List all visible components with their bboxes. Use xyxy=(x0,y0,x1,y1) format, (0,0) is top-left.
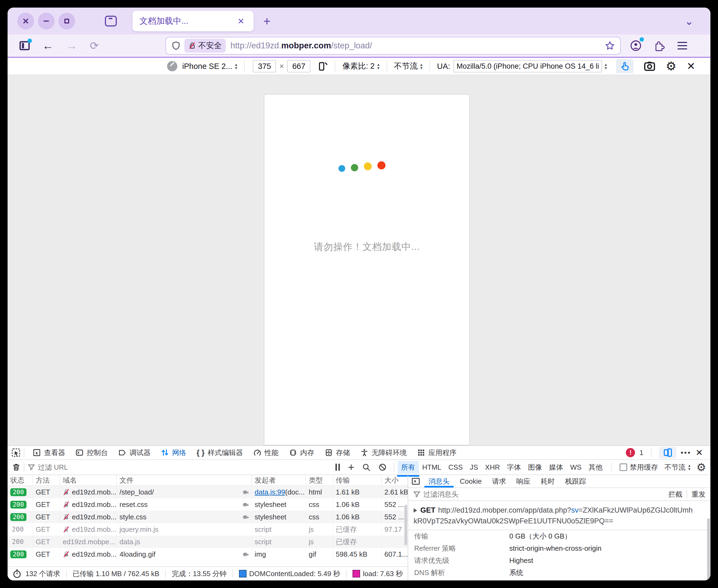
header-file[interactable]: 文件 xyxy=(117,475,252,485)
window-maximize-button[interactable] xyxy=(58,13,75,29)
tab-network[interactable]: 网络 xyxy=(156,446,191,459)
filter-chip-js[interactable]: JS xyxy=(466,462,481,473)
firefox-view-icon[interactable] xyxy=(105,16,117,26)
devtools-menu-icon[interactable]: ••• xyxy=(681,448,691,457)
screenshot-camera-icon[interactable] xyxy=(644,60,656,72)
details-tab-timings[interactable]: 耗时 xyxy=(535,475,560,487)
active-tab[interactable]: 文档加载中... ✕ xyxy=(132,11,253,31)
debugger-icon xyxy=(118,448,126,457)
viewport-height-input[interactable] xyxy=(287,60,310,72)
header-type[interactable]: 类型 xyxy=(306,475,333,485)
responsive-mode-toggle-button[interactable] xyxy=(659,447,676,459)
header-status[interactable]: 状态 xyxy=(7,475,33,485)
url-bar[interactable]: 不安全 http://ed19zd.mobper.com/step_load/ xyxy=(165,37,621,55)
sidebar-button[interactable] xyxy=(19,41,30,50)
filter-headers-input[interactable]: 过滤消息头 xyxy=(423,490,458,499)
header-domain[interactable]: 域名 xyxy=(60,475,117,485)
header-initiator[interactable]: 发起者 xyxy=(252,475,306,485)
add-request-icon[interactable]: + xyxy=(348,461,354,474)
request-row-step-load[interactable]: 200 GET ed19zd.mob... /step_load/ data.j… xyxy=(7,486,408,498)
window-minimize-button[interactable] xyxy=(38,13,55,29)
touch-simulation-button[interactable] xyxy=(616,59,633,73)
ua-arrows-icon[interactable]: ▴▾ xyxy=(605,63,607,70)
bookmark-star-icon[interactable] xyxy=(605,41,615,50)
header-size[interactable]: 大小 xyxy=(382,475,408,485)
pick-element-icon[interactable] xyxy=(12,448,21,457)
filter-chip-other[interactable]: 其他 xyxy=(585,461,606,474)
tab-accessibility[interactable]: 无障碍环境 xyxy=(355,446,412,459)
pixel-ratio-selector[interactable]: 像素比: 2 xyxy=(342,61,374,71)
disable-cache-checkbox[interactable] xyxy=(620,463,627,471)
filter-chip-all[interactable]: 所有 xyxy=(398,461,419,474)
reload-button[interactable]: ⟳ xyxy=(90,39,99,52)
request-count[interactable]: 132 个请求 xyxy=(25,569,60,579)
tab-performance[interactable]: 性能 xyxy=(248,446,284,459)
request-row-jquery[interactable]: 200 GET ed19zd.mob... jquery.min.js scri… xyxy=(7,523,408,536)
filter-url-input[interactable]: 过滤 URL xyxy=(38,463,68,472)
details-tab-stacktrace[interactable]: 栈跟踪 xyxy=(560,475,591,487)
filter-chip-css[interactable]: CSS xyxy=(445,462,466,473)
rdm-settings-gear-icon[interactable]: ⚙ xyxy=(666,60,676,72)
filter-chip-images[interactable]: 图像 xyxy=(525,461,546,474)
new-tab-button[interactable]: + xyxy=(263,14,271,28)
split-panel-icon[interactable] xyxy=(411,477,420,486)
request-row-reset-css[interactable]: 200 GET ed19zd.mob... reset.css styleshe… xyxy=(7,498,408,511)
block-button[interactable]: 拦截 xyxy=(668,490,682,499)
details-tab-headers[interactable]: 消息头 xyxy=(423,475,455,487)
devtools-close-icon[interactable]: ✕ xyxy=(696,447,703,458)
extensions-button[interactable] xyxy=(654,40,665,51)
device-selector[interactable]: iPhone SE 2... xyxy=(182,62,232,71)
rotate-viewport-icon[interactable] xyxy=(316,61,328,72)
filter-chip-ws[interactable]: WS xyxy=(567,462,585,473)
details-scrollbar[interactable] xyxy=(707,518,710,581)
viewport-width-input[interactable] xyxy=(253,60,276,72)
filter-chip-html[interactable]: HTML xyxy=(419,462,445,473)
filter-chip-media[interactable]: 媒体 xyxy=(546,461,567,474)
pause-traffic-icon[interactable] xyxy=(335,464,340,471)
request-url-block[interactable]: GEThttp://ed19zd.mobper.com/app/data.php… xyxy=(408,501,711,530)
filter-chip-fonts[interactable]: 字体 xyxy=(504,461,525,474)
initiator-link[interactable]: data.js:99 xyxy=(255,488,285,497)
header-transferred[interactable]: 传输 xyxy=(333,475,382,485)
insecure-badge[interactable]: 不安全 xyxy=(184,39,226,53)
menu-button[interactable] xyxy=(677,42,687,49)
request-row-data-js[interactable]: 200 GET ed19zd.mobpe... data.js script j… xyxy=(7,536,408,548)
details-tab-request[interactable]: 请求 xyxy=(487,475,511,487)
details-tab-cookie[interactable]: Cookie xyxy=(455,475,487,487)
rdm-close-icon[interactable]: ✕ xyxy=(686,60,695,72)
request-row-loading-gif[interactable]: 200 GET ed19zd.mob... 4loading.gif img g… xyxy=(7,548,408,561)
network-throttling-selector[interactable]: 不节流 xyxy=(664,463,685,472)
forward-button[interactable]: → xyxy=(66,40,77,51)
tab-application[interactable]: 应用程序 xyxy=(412,446,462,459)
tab-debugger[interactable]: 调试器 xyxy=(113,446,156,459)
tab-memory[interactable]: 内存 xyxy=(284,446,320,459)
expand-caret-icon[interactable] xyxy=(414,508,417,512)
device-selector-arrows-icon[interactable]: ▴▾ xyxy=(235,63,237,70)
shield-icon[interactable] xyxy=(171,41,181,50)
tab-close-icon[interactable]: ✕ xyxy=(235,15,247,27)
clear-requests-trash-icon[interactable] xyxy=(12,463,21,471)
details-tab-response[interactable]: 响应 xyxy=(511,475,535,487)
back-button[interactable]: ← xyxy=(42,40,54,51)
block-request-icon[interactable] xyxy=(378,463,387,471)
network-throttling-arrows-icon[interactable]: ▴▾ xyxy=(688,464,691,471)
tab-storage[interactable]: 存储 xyxy=(320,446,355,459)
request-list-scrollbar[interactable] xyxy=(405,505,407,545)
search-icon[interactable] xyxy=(362,463,371,471)
throttling-arrows-icon[interactable]: ▴▾ xyxy=(420,63,423,70)
network-settings-gear-icon[interactable]: ⚙ xyxy=(696,462,706,472)
tab-style-editor[interactable]: { } 样式编辑器 xyxy=(191,446,248,459)
window-close-button[interactable]: ✕ xyxy=(17,13,34,29)
tab-console[interactable]: 控制台 xyxy=(70,446,113,459)
header-method[interactable]: 方法 xyxy=(33,475,60,485)
pixel-ratio-arrows-icon[interactable]: ▴▾ xyxy=(377,63,379,70)
resend-button[interactable]: 重发 xyxy=(692,490,705,499)
tab-inspector[interactable]: 查看器 xyxy=(27,446,70,459)
throttling-selector[interactable]: 不节流 xyxy=(394,61,418,71)
tab-list-chevron-icon[interactable]: ⌄ xyxy=(684,15,694,27)
request-row-style-css[interactable]: 200 GET ed19zd.mob... style.css styleshe… xyxy=(7,511,408,523)
user-agent-input[interactable] xyxy=(453,60,602,72)
error-badge-icon[interactable]: ! xyxy=(626,448,635,457)
account-button[interactable] xyxy=(630,40,642,51)
filter-chip-xhr[interactable]: XHR xyxy=(481,462,504,473)
